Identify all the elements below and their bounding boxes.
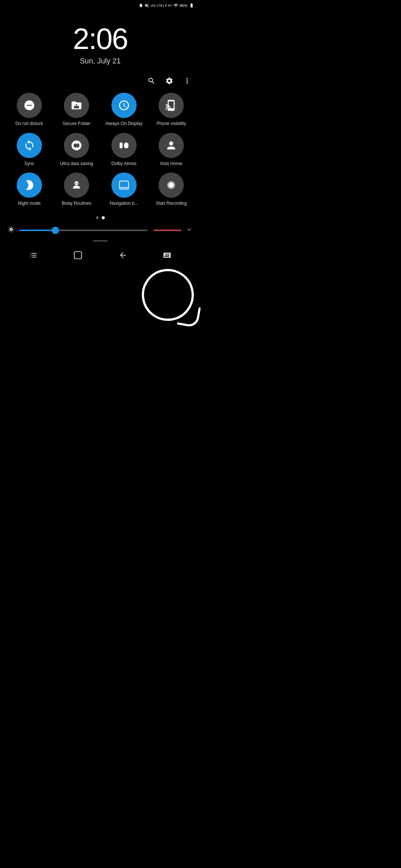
tile-phone-visibility[interactable]: Phone visibility — [150, 93, 193, 127]
brightness-chevron[interactable] — [186, 226, 193, 235]
signal-icon — [173, 3, 178, 8]
tile-label-kids-home: Kids Home — [160, 161, 182, 167]
search-button[interactable] — [147, 76, 156, 85]
circle-annotation — [138, 265, 198, 325]
tile-icon-ultra-data-saving — [64, 133, 89, 158]
svg-rect-7 — [75, 251, 82, 259]
svg-rect-0 — [120, 142, 123, 148]
status-bar: Vo) LTE1.ll H+ 46% — [0, 0, 200, 9]
recent-apps-button[interactable] — [29, 251, 38, 262]
panel-header — [0, 69, 200, 89]
tile-night-mode[interactable]: Night mode — [7, 172, 51, 207]
tile-label-phone-visibility: Phone visibility — [157, 121, 186, 127]
alarm-icon — [138, 3, 143, 8]
tile-icon-sync — [17, 133, 42, 158]
tile-label-sync: Sync — [24, 161, 34, 167]
tile-secure-folder[interactable]: Secure Folder — [55, 93, 99, 127]
tile-icon-phone-visibility — [159, 93, 184, 118]
tile-label-dolby-atmos: Dolby Atmos — [111, 161, 136, 167]
tile-bixby-routines[interactable]: Bixby Routines — [55, 172, 99, 207]
clock-time: 2:06 — [0, 24, 200, 54]
brightness-bar — [0, 223, 200, 238]
tile-icon-do-not-disturb — [17, 93, 42, 118]
settings-button[interactable] — [165, 76, 174, 85]
nav-bar — [0, 245, 200, 267]
tile-icon-night-mode — [17, 172, 42, 198]
battery-icon — [189, 3, 195, 8]
tile-sync[interactable]: Sync — [7, 133, 51, 167]
keyboard-button[interactable] — [163, 251, 172, 262]
tile-icon-start-recording — [159, 172, 184, 198]
tile-label-bixby-routines: Bixby Routines — [62, 201, 91, 207]
home-button[interactable] — [73, 250, 83, 262]
tile-label-always-on-display: Always On Display — [105, 121, 143, 127]
tile-always-on-display[interactable]: Always On Display — [102, 93, 146, 127]
tile-dolby-atmos[interactable]: Dolby Atmos — [102, 133, 146, 167]
lte-label: LTE1.ll — [157, 4, 167, 7]
page-dots — [0, 216, 200, 219]
tile-ultra-data-saving[interactable]: Ultra data saving — [55, 133, 99, 167]
tile-icon-kids-home — [159, 133, 184, 158]
tile-icon-dolby-atmos — [111, 133, 137, 158]
hplus-label: H+ — [168, 4, 172, 7]
tile-label-start-recording: Start Recording — [156, 201, 187, 207]
tile-do-not-disturb[interactable]: Do not disturb — [7, 93, 51, 127]
more-button[interactable] — [183, 76, 192, 85]
clock-section: 2:06 Sun, July 21 — [0, 9, 200, 69]
tile-label-ultra-data-saving: Ultra data saving — [60, 161, 93, 167]
tile-icon-secure-folder — [64, 93, 89, 118]
brightness-slider-fill — [19, 230, 55, 231]
status-icons: Vo) LTE1.ll H+ 46% — [138, 3, 195, 8]
volte-label: Vo) — [150, 4, 156, 7]
brightness-icon — [7, 226, 15, 235]
tile-icon-always-on-display — [111, 93, 137, 118]
tile-label-night-mode: Night mode — [18, 201, 40, 207]
brightness-slider-right — [153, 230, 181, 231]
tile-label-do-not-disturb: Do not disturb — [15, 121, 43, 127]
tile-navigation-bar[interactable]: Navigation b... — [102, 172, 146, 207]
tile-icon-navigation-bar — [111, 172, 137, 198]
tiles-grid: Do not disturbSecure FolderAlways On Dis… — [0, 89, 200, 210]
brightness-slider-track[interactable] — [19, 230, 147, 231]
tile-label-navigation-bar: Navigation b... — [110, 201, 138, 207]
clock-date: Sun, July 21 — [0, 57, 200, 65]
svg-point-6 — [169, 183, 174, 188]
tile-start-recording[interactable]: Start Recording — [150, 172, 193, 207]
page-dot-1[interactable] — [96, 216, 99, 219]
tile-kids-home[interactable]: Kids Home — [150, 133, 193, 167]
separator — [93, 240, 108, 241]
mute-icon — [144, 3, 149, 8]
battery-percent: 46% — [179, 3, 188, 8]
tile-label-secure-folder: Secure Folder — [63, 121, 91, 127]
svg-rect-1 — [124, 142, 128, 148]
tile-icon-bixby-routines — [64, 172, 89, 198]
back-button[interactable] — [118, 251, 127, 262]
page-dot-2[interactable] — [102, 216, 105, 219]
